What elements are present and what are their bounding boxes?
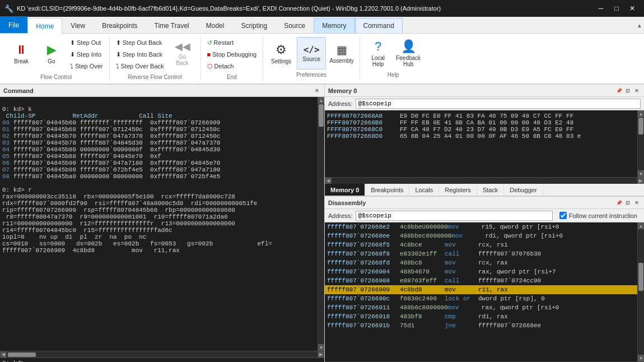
step-out-label: Step Out (77, 39, 101, 46)
source-icon: </> (304, 44, 320, 55)
detach-button[interactable]: ⬡ Detach (204, 61, 260, 72)
tab-memory[interactable]: Memory (314, 18, 354, 33)
command-prompt: 0: kd> (2, 360, 25, 362)
disasm-vscroll-down[interactable]: ▼ (638, 355, 644, 361)
tab-debugger[interactable]: Debugger (504, 184, 543, 196)
mem-hscroll-left[interactable]: ◀ (325, 178, 332, 184)
command-panel-controls: ✕ (313, 87, 321, 95)
mem-vscroll-down[interactable]: ▼ (638, 170, 644, 177)
command-panel-header: Command ✕ (0, 85, 324, 97)
feedback-hub-button[interactable]: 👤 FeedbackHub (394, 37, 423, 69)
disasm-vscroll-thumb[interactable] (638, 263, 643, 291)
local-help-button[interactable]: ? LocalHelp (363, 37, 393, 69)
step-into-button[interactable]: ⬇ Step Into (67, 49, 106, 60)
mem-vscroll-up[interactable]: ▲ (638, 110, 644, 117)
follow-instruction-checkbox[interactable] (559, 212, 567, 219)
tab-breakpoints[interactable]: Breakpoints (94, 18, 146, 33)
command-r8: r8=fffff80047a7370 r9=000000000001001 r1… (2, 214, 228, 220)
disasm-vscroll-up[interactable]: ▲ (638, 222, 644, 229)
vscroll-thumb[interactable] (319, 104, 324, 127)
disasm-row-10: fffff807`07266918 483bf8 cmp rdi, rax (325, 312, 637, 321)
vscroll-down-btn[interactable]: ▼ (318, 344, 324, 351)
command-mov: fffff807`07266909 4c8bd8 mov r11,rax (2, 247, 180, 254)
memory-hscrollbar[interactable]: ◀ ▶ (325, 177, 644, 184)
go-back-label: GoBack (176, 54, 188, 66)
break-label: Break (14, 58, 29, 64)
command-output: 0: kd> k Child-SP RetAddr Call Site 00 f… (0, 97, 318, 351)
memory-panel: Memory 0 📌 ⊡ ✕ Address: FFFF807072668A0 … (325, 85, 644, 197)
hscroll-thumb[interactable] (8, 352, 36, 357)
group-preferences: ⚙ Settings </> Source ▦ Assembly Prefere… (263, 36, 360, 79)
disasm-vscrollbar[interactable]: ▲ ▼ (637, 222, 644, 361)
tab-breakpoints[interactable]: Breakpoints (365, 184, 409, 196)
memory-address-input[interactable] (356, 99, 641, 109)
mem-vscroll-thumb[interactable] (638, 118, 643, 134)
step-over-back-button[interactable]: ⤵ Step Over Back (113, 61, 167, 72)
tab-source[interactable]: Source (276, 18, 314, 33)
command-line-r: 0: kd> r (2, 187, 32, 193)
assembly-button[interactable]: ▦ Assembly (327, 37, 356, 69)
memory-row-3: FFFF807072668D0 65 8B 04 25 A4 01 00 00 … (327, 133, 635, 140)
memory-panel-close[interactable]: ✕ (633, 87, 641, 95)
preferences-label: Preferences (296, 69, 326, 78)
memory-vscrollbar[interactable]: ▲ ▼ (637, 110, 644, 177)
maximize-button[interactable]: □ (609, 2, 624, 15)
step-out-button[interactable]: ⬆ Step Out (67, 37, 106, 48)
close-button[interactable]: ✕ (625, 2, 640, 15)
tab-file[interactable]: File (0, 16, 27, 33)
tab-locals[interactable]: Locals (409, 184, 439, 196)
disasm-panel-title: Disassembly (328, 199, 366, 206)
source-button[interactable]: </> Source (297, 37, 326, 69)
tab-time-travel[interactable]: Time Travel (146, 18, 198, 33)
disasm-panel-close[interactable]: ✕ (633, 199, 641, 207)
memory-panel-restore[interactable]: ⊡ (624, 87, 632, 95)
step-over-icon: ⤵ (70, 63, 73, 69)
command-line-4: 02 fffff807`04845b70 fffff807`047a7370 0… (2, 133, 220, 140)
command-vscrollbar[interactable]: ▲ ▼ (318, 97, 324, 351)
restart-button[interactable]: ↺ Restart (204, 37, 260, 48)
step-into-back-button[interactable]: ⬇ Step Into Back (113, 49, 167, 60)
step-over-button[interactable]: ⤵ Step Over (67, 61, 106, 72)
step-into-back-icon: ⬇ (116, 51, 121, 58)
tab-home[interactable]: Home (27, 18, 62, 34)
flow-control-label: Flow Control (40, 72, 72, 80)
step-out-back-button[interactable]: ⬆ Step Out Back (113, 37, 167, 48)
group-flow-control: ⏸ Break ▶ Go ⬆ Step Out ⬇ Step Into (3, 36, 110, 81)
ribbon-collapse-btn[interactable]: ▲ (635, 18, 644, 33)
go-back-button[interactable]: ◀◀ GoBack (168, 37, 197, 69)
settings-button[interactable]: ⚙ Settings (267, 37, 296, 69)
memory-address-label: Address: (328, 100, 352, 107)
memory-panel-title: Memory 0 (328, 87, 357, 94)
stop-debugging-button[interactable]: ■ Stop Debugging (204, 49, 260, 60)
tab-stack[interactable]: Stack (477, 184, 505, 196)
minimize-button[interactable]: ─ (594, 2, 608, 15)
step-out-back-icon: ⬆ (116, 39, 121, 47)
disasm-panel-restore[interactable]: ⊡ (624, 199, 632, 207)
tab-view[interactable]: View (62, 18, 94, 33)
break-button[interactable]: ⏸ Break (7, 37, 36, 69)
disasm-panel-pin[interactable]: 📌 (615, 199, 623, 207)
tab-model[interactable]: Model (198, 18, 233, 33)
command-panel-close[interactable]: ✕ (313, 87, 321, 95)
tab-memory-0[interactable]: Memory 0 (325, 184, 365, 196)
hscroll-right-btn[interactable]: ▶ (318, 351, 324, 358)
command-input-field[interactable] (27, 360, 322, 362)
memory-panel-controls: 📌 ⊡ ✕ (615, 87, 641, 95)
main-area: Command ✕ 0: kd> k Child-SP RetAddr Call… (0, 85, 644, 362)
disasm-address-input[interactable] (356, 211, 552, 221)
memory-panel-pin[interactable]: 📌 (615, 87, 623, 95)
disasm-row-1: fffff807`072668ee 488bbec8000000 mov rdi… (325, 231, 637, 240)
disasm-row-4: fffff807`072668fd 488bc8 mov rcx, rax (325, 258, 637, 267)
tab-command[interactable]: Command (355, 18, 403, 33)
command-hscrollbar[interactable]: ◀ ▶ (0, 351, 324, 358)
disasm-scroll-area: fffff807`072668e2 4c8bbeU000000 mov r15,… (325, 222, 644, 361)
go-button[interactable]: ▶ Go (37, 37, 66, 69)
vscroll-up-btn[interactable]: ▲ (318, 97, 324, 104)
hscroll-left-btn[interactable]: ◀ (0, 351, 7, 358)
tab-registers[interactable]: Registers (439, 184, 477, 196)
settings-icon: ⚙ (276, 43, 287, 57)
mem-hscroll-right[interactable]: ▶ (637, 178, 644, 184)
tab-scripting[interactable]: Scripting (232, 18, 276, 33)
detach-label: Detach (214, 63, 234, 69)
command-cs: cs=0010 ss=0000 ds=002b es=002b fs=0053 … (2, 240, 272, 247)
